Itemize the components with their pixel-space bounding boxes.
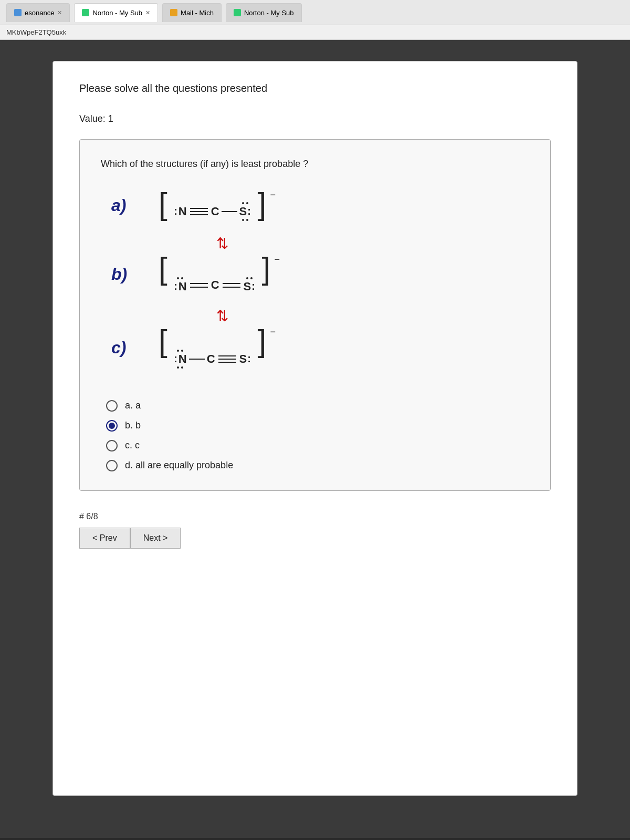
- tab-norton[interactable]: Norton - My Sub ✕: [74, 3, 158, 22]
- tab-favicon-mail: [170, 9, 177, 16]
- struct-content-c: : N C: [170, 348, 255, 371]
- bracket-right-c: ]: [257, 323, 266, 359]
- arrow-ab: ⇅: [111, 235, 228, 252]
- structure-row-c: c) [ : N: [111, 326, 266, 371]
- bracket-right-a: ]: [257, 186, 266, 222]
- tab-favicon-resonance: [14, 9, 22, 16]
- atom-s-c: S: [239, 352, 247, 366]
- bracket-left-b: [: [159, 251, 167, 286]
- answer-option-d[interactable]: d. all are equally probable: [106, 460, 529, 471]
- structures-container: a) [ :N: [101, 188, 529, 381]
- instructions-text: Please solve all the questions presented: [79, 82, 551, 94]
- radio-b[interactable]: [106, 420, 118, 432]
- sulfur-a: S :: [239, 202, 251, 221]
- arrow-ab-symbol: ⇅: [216, 235, 228, 252]
- answer-label-a: a. a: [125, 400, 141, 411]
- atom-s-b: S: [244, 280, 251, 293]
- radio-c[interactable]: [106, 440, 118, 452]
- colon-left-a: :: [174, 205, 177, 217]
- structure-row-b: b) [ : N: [111, 253, 270, 296]
- answer-label-c: c. c: [125, 440, 140, 451]
- nitrogen-c: : N: [174, 350, 187, 369]
- sulfur-c: S :: [239, 352, 251, 366]
- question-box: Which of the structures (if any) is leas…: [79, 139, 551, 491]
- atom-c-b: C: [211, 278, 219, 292]
- struct-content-b: : N C: [170, 275, 259, 296]
- struct-content-a: :N C: [170, 200, 255, 223]
- atom-n-a: N: [178, 205, 187, 218]
- value-label: Value: 1: [79, 113, 551, 124]
- nav-buttons: < Prev Next >: [79, 528, 551, 549]
- radio-b-fill: [109, 423, 115, 429]
- tab-resonance[interactable]: esonance ✕: [6, 3, 70, 22]
- atom-c-a: C: [211, 205, 219, 218]
- bracket-left-a: [: [159, 186, 167, 222]
- struct-b: [ : N: [159, 253, 270, 296]
- colon-left-c: :: [174, 353, 177, 365]
- answer-label-d: d. all are equally probable: [125, 460, 233, 471]
- answer-option-c[interactable]: c. c: [106, 440, 529, 452]
- browser-tab-bar: esonance ✕ Norton - My Sub ✕ Mail - Mich…: [0, 0, 630, 25]
- structure-label-b: b): [111, 265, 143, 284]
- url-bar[interactable]: MKbWpeF2TQ5uxk: [0, 25, 630, 40]
- atom-c-c: C: [207, 352, 215, 366]
- sulfur-b: S :: [244, 277, 255, 293]
- answer-option-b[interactable]: b. b: [106, 420, 529, 432]
- struct-a: [ :N: [159, 188, 266, 223]
- double-bond-b2: [223, 283, 240, 288]
- charge-c: −: [270, 327, 276, 338]
- radio-a[interactable]: [106, 400, 118, 412]
- triple-bond-c: [218, 355, 236, 363]
- colon-right-a: :: [247, 205, 251, 217]
- bracket-left-c: [: [159, 323, 167, 359]
- quiz-footer: # 6/8 < Prev Next >: [79, 512, 551, 549]
- next-button[interactable]: Next >: [130, 528, 181, 549]
- charge-b: −: [275, 254, 280, 265]
- radio-d[interactable]: [106, 460, 118, 471]
- charge-a: −: [270, 190, 276, 201]
- atom-n-b: N: [178, 280, 187, 293]
- single-bond-a: [222, 211, 237, 212]
- structure-label-a: a): [111, 196, 143, 215]
- structure-label-c: c): [111, 338, 143, 358]
- question-text: Which of the structures (if any) is leas…: [101, 159, 529, 170]
- tab-favicon-norton2: [234, 9, 241, 16]
- atom-n-c: N: [178, 352, 187, 366]
- tab-favicon-norton: [82, 9, 89, 16]
- structure-row-a: a) [ :N: [111, 188, 266, 223]
- single-bond-c: [189, 359, 205, 360]
- page-background: Please solve all the questions presented…: [0, 40, 630, 838]
- prev-button[interactable]: < Prev: [79, 528, 130, 549]
- double-bond-b1: [190, 283, 208, 288]
- tab-label-resonance: esonance: [25, 9, 54, 17]
- answer-option-a[interactable]: a. a: [106, 400, 529, 412]
- tab-label-norton2: Norton - My Sub: [244, 9, 294, 17]
- nitrogen-b: : N: [174, 277, 187, 293]
- bracket-right-b: ]: [261, 251, 270, 286]
- answer-choices: a. a b. b c. c d. all are equally: [101, 400, 529, 471]
- answer-label-b: b. b: [125, 420, 141, 431]
- page-indicator: # 6/8: [79, 512, 551, 521]
- colon-right-c: :: [247, 353, 251, 365]
- tab-label-norton: Norton - My Sub: [92, 9, 142, 17]
- arrow-bc: ⇅: [111, 307, 228, 324]
- tab-norton2[interactable]: Norton - My Sub: [226, 3, 302, 22]
- triple-bond-a: [190, 208, 208, 215]
- tab-mail[interactable]: Mail - Mich: [162, 3, 222, 22]
- atom-s-a: S: [239, 205, 247, 218]
- quiz-card: Please solve all the questions presented…: [52, 61, 578, 796]
- struct-c: [ : N: [159, 326, 266, 371]
- colon-left-b: :: [174, 280, 177, 292]
- tab-label-mail: Mail - Mich: [181, 9, 214, 17]
- tab-close-norton[interactable]: ✕: [145, 9, 150, 16]
- arrow-bc-symbol: ⇅: [216, 307, 228, 324]
- tab-close-resonance[interactable]: ✕: [57, 9, 62, 16]
- url-text: MKbWpeF2TQ5uxk: [6, 28, 66, 36]
- colon-right-b: :: [251, 280, 255, 292]
